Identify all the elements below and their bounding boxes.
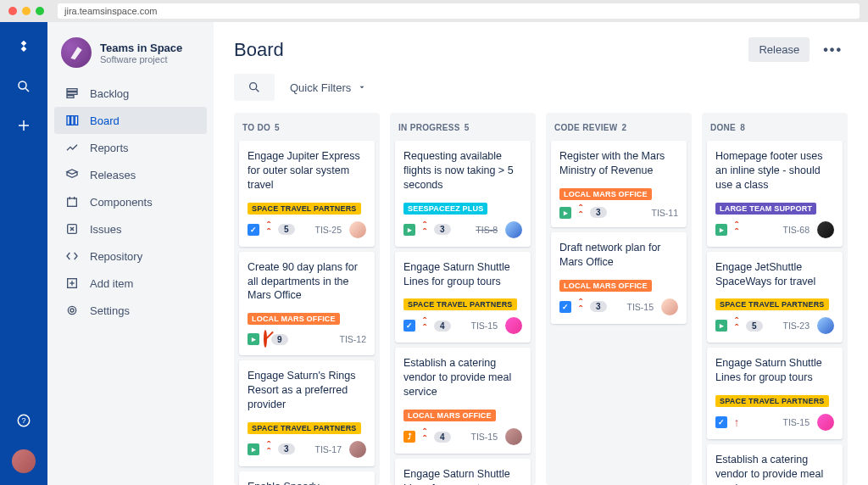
issue-card[interactable]: Homepage footer uses an inline style - s… xyxy=(707,141,843,247)
card-title: Homepage footer uses an inline style - s… xyxy=(715,149,834,192)
sidebar-item-issues[interactable]: Issues xyxy=(54,215,207,242)
assignee-avatar[interactable] xyxy=(505,428,522,445)
story-type-icon: ▸ xyxy=(715,320,727,332)
help-icon[interactable]: ? xyxy=(14,410,34,431)
story-type-icon: ▸ xyxy=(248,443,259,455)
column-header: CODE REVIEW 2 xyxy=(551,121,687,136)
issue-key: TIS-11 xyxy=(651,208,678,218)
epic-tag: LARGE TEAM SUPPORT xyxy=(715,203,816,215)
card-title: Register with the Mars Ministry of Reven… xyxy=(559,149,678,178)
story-points-badge: 3 xyxy=(590,207,607,218)
sidebar-item-board[interactable]: Board xyxy=(54,107,207,134)
nav-label: Issues xyxy=(90,223,122,236)
card-title: Engage Saturn Shuttle Lines for group to… xyxy=(403,260,522,289)
column-header: DONE 8 xyxy=(707,121,843,136)
search-icon[interactable] xyxy=(14,76,34,97)
epic-tag: LOCAL MARS OFFICE xyxy=(248,313,340,325)
issue-card[interactable]: Requesting available flights is now taki… xyxy=(395,141,531,247)
issue-card[interactable]: Engage Jupiter Express for outer solar s… xyxy=(239,141,375,247)
sidebar-item-settings[interactable]: Settings xyxy=(54,297,207,324)
card-title: Engage Saturn's Rings Resort as a prefer… xyxy=(248,369,366,412)
global-rail: ? xyxy=(0,22,47,485)
profile-avatar[interactable] xyxy=(12,449,36,473)
assignee-avatar[interactable] xyxy=(817,414,834,431)
epic-tag: SPACE TRAVEL PARTNERS xyxy=(715,395,829,407)
card-title: Establish a catering vendor to provide m… xyxy=(403,356,522,399)
card-title: Engage Saturn Shuttle Lines for group to… xyxy=(715,356,834,385)
quick-filters-dropdown[interactable]: Quick Filters xyxy=(290,81,366,94)
issue-card[interactable]: Draft network plan for Mars OfficeLOCAL … xyxy=(551,232,687,324)
jira-logo-icon[interactable] xyxy=(14,37,34,58)
nav-label: Backlog xyxy=(90,87,129,100)
issue-card[interactable]: Establish a catering vendor to provide m… xyxy=(395,348,531,454)
project-type: Software project xyxy=(100,54,182,64)
issue-key: TIS-15 xyxy=(470,321,498,331)
nav-label: Components xyxy=(90,196,153,209)
card-title: Engage Jupiter Express for outer solar s… xyxy=(248,149,366,192)
priority-highest-icon: ˆˆ xyxy=(420,431,430,443)
column-done: DONE 8Homepage footer uses an inline sty… xyxy=(702,113,848,485)
assignee-avatar[interactable] xyxy=(817,317,834,334)
epic-tag: LOCAL MARS OFFICE xyxy=(403,410,496,421)
issue-key: TIS-15 xyxy=(470,432,498,442)
priority-highest-icon: ˆˆ xyxy=(420,320,430,332)
sidebar-item-releases[interactable]: Releases xyxy=(54,161,207,188)
issue-card[interactable]: Engage JetShuttle SpaceWays for travelSP… xyxy=(707,252,843,343)
assignee-avatar[interactable] xyxy=(817,221,834,238)
assignee-avatar[interactable] xyxy=(505,221,522,238)
minimize-window-icon[interactable] xyxy=(22,7,31,15)
assignee-avatar[interactable] xyxy=(349,221,366,238)
maximize-window-icon[interactable] xyxy=(36,7,44,15)
card-title: Draft network plan for Mars Office xyxy=(559,241,678,270)
svg-point-22 xyxy=(250,83,257,90)
sidebar-item-add-item[interactable]: Add item xyxy=(54,270,207,297)
issue-card[interactable]: Create 90 day plans for all departments … xyxy=(239,252,375,356)
svg-text:?: ? xyxy=(21,416,25,425)
project-header[interactable]: Teams in Space Software project xyxy=(54,37,207,80)
create-icon[interactable] xyxy=(14,115,34,136)
epic-tag: LOCAL MARS OFFICE xyxy=(559,188,652,200)
browser-chrome: jira.teamsinspace.com xyxy=(0,0,868,22)
priority-highest-icon: ˆˆ xyxy=(732,320,742,332)
epic-tag: SEESPACEEZ PLUS xyxy=(403,203,487,215)
issue-card[interactable]: Engage Saturn Shuttle Lines for group to… xyxy=(707,348,843,439)
project-name: Teams in Space xyxy=(100,42,182,54)
more-menu-icon[interactable]: ••• xyxy=(818,39,848,61)
sidebar-item-reports[interactable]: Reports xyxy=(54,134,207,161)
story-type-icon: ▸ xyxy=(715,224,727,236)
issue-card[interactable]: Enable Speedy SpaceCraft as the preferre… xyxy=(239,471,375,485)
project-sidebar: Teams in Space Software project BacklogB… xyxy=(47,22,214,485)
board-search-input[interactable] xyxy=(234,74,275,101)
issue-card[interactable]: Register with the Mars Ministry of Reven… xyxy=(551,141,687,227)
nav-icon xyxy=(64,167,80,182)
sidebar-item-backlog[interactable]: Backlog xyxy=(54,80,207,107)
assignee-avatar[interactable] xyxy=(349,441,366,458)
nav-icon xyxy=(64,113,80,128)
sidebar-item-components[interactable]: Components xyxy=(54,188,207,215)
priority-high-icon: ↑ xyxy=(732,416,742,428)
issue-card[interactable]: Engage Saturn's Rings Resort as a prefer… xyxy=(239,360,375,466)
assignee-avatar[interactable] xyxy=(661,298,678,315)
issue-card[interactable]: Establish a catering vendor to provide m… xyxy=(707,444,843,485)
svg-rect-12 xyxy=(68,198,77,206)
story-type-icon: ▸ xyxy=(248,333,259,345)
issue-key: TIS-23 xyxy=(782,321,810,331)
column-to-do: TO DO 5Engage Jupiter Express for outer … xyxy=(234,113,380,485)
issue-key: TIS-15 xyxy=(626,302,654,312)
assignee-avatar[interactable] xyxy=(505,317,522,334)
sidebar-item-repository[interactable]: Repository xyxy=(54,242,207,270)
story-type-icon: ▸ xyxy=(403,224,415,236)
nav-label: Reports xyxy=(90,142,129,154)
url-bar[interactable]: jira.teamsinspace.com xyxy=(58,3,860,19)
release-button[interactable]: Release xyxy=(748,37,810,62)
column-header: TO DO 5 xyxy=(239,121,375,136)
nav-label: Board xyxy=(90,114,120,127)
story-points-badge: 3 xyxy=(278,443,295,454)
story-type-icon: ▸ xyxy=(559,207,571,219)
issue-card[interactable]: Engage Saturn Shuttle Lines for group to… xyxy=(395,252,531,343)
close-window-icon[interactable] xyxy=(8,7,17,15)
epic-tag: SPACE TRAVEL PARTNERS xyxy=(715,298,829,310)
issue-card[interactable]: Engage Saturn Shuttle Lines for group to… xyxy=(395,459,531,485)
issue-key: TIS-8 xyxy=(476,225,498,235)
card-title: Requesting available flights is now taki… xyxy=(403,149,522,192)
